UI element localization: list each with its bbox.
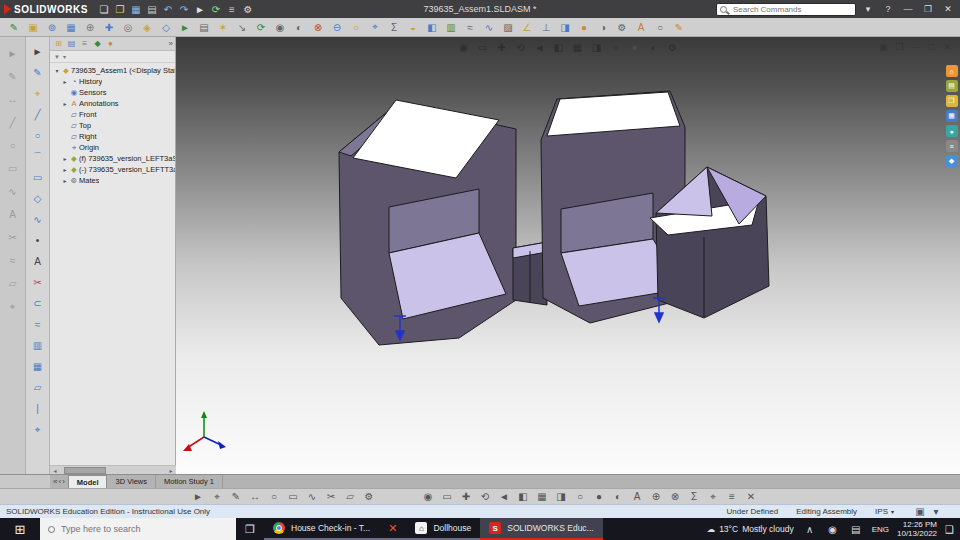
spline-disabled-icon[interactable]: ∿ [5,183,21,200]
smart-fasteners-icon[interactable]: ⊕ [82,19,98,36]
measure-icon[interactable]: ⌖ [209,488,225,505]
interference-detection-icon[interactable]: ⊗ [310,19,326,36]
coordinate-system-icon[interactable]: ⌖ [30,421,46,438]
view-palette-icon[interactable]: ▦ [946,110,958,122]
app-restore-button[interactable]: ❐ [920,2,936,16]
plane-icon[interactable]: ▱ [30,379,46,396]
sw-forum-icon[interactable]: ◆ [946,155,958,167]
symmetry-check-icon[interactable]: ◨ [557,19,573,36]
win-restore-icon[interactable]: ❐ [893,40,906,53]
tree-expand-icon[interactable]: ▾ [53,67,61,74]
filter-caret-icon[interactable]: ▾ [63,53,66,60]
scroll-left-icon[interactable]: ◂ [50,467,60,474]
large-design-review-icon[interactable]: ◐ [291,19,307,36]
open-file-icon[interactable]: ❐ [112,1,128,18]
rebuild-icon[interactable]: ⟳ [208,1,224,18]
taskbar-task-solidworks[interactable]: SSOLIDWORKS Educ... [480,518,602,540]
property-manager-tab-icon[interactable]: ▤ [65,38,78,50]
rotate-view-icon[interactable]: ⟲ [513,40,528,55]
bill-of-materials-icon[interactable]: ▤ [196,19,212,36]
file-properties-icon[interactable]: ≡ [224,1,240,18]
win-close-icon[interactable]: ✕ [941,40,954,53]
taskbar-search-input[interactable] [61,524,211,534]
spline-icon[interactable]: ∿ [30,211,46,228]
zoom-fit-icon[interactable]: ◉ [420,488,436,505]
rectangle-disabled-icon[interactable]: ▭ [5,160,21,177]
taskbar-task-chrome[interactable]: House Check-in - T... [264,518,379,540]
instant3d-icon[interactable]: ↘ [234,19,250,36]
tree-item[interactable]: ▱Top [50,120,175,131]
tab-nav-icon[interactable]: ‹ [58,477,61,486]
tree-item[interactable]: ◉Sensors [50,87,175,98]
tree-expand-icon[interactable]: ▸ [61,155,69,162]
point-icon[interactable]: • [30,232,46,249]
filter-funnel-icon[interactable]: ▼ [54,54,60,60]
plane-disabled-icon[interactable]: ▱ [5,275,21,292]
dimension-disabled-icon[interactable]: ↔ [5,91,21,108]
smart-dimension-icon[interactable]: ⌖ [30,85,46,102]
zoom-area-icon[interactable]: ▭ [475,40,490,55]
app-close-button[interactable]: ✕ [940,2,956,16]
tab-nav-icon[interactable]: « [53,477,57,486]
display-style-icon[interactable]: ◨ [553,488,569,505]
zebra-stripes-icon[interactable]: ▨ [500,19,516,36]
assembly-3d-model[interactable] [176,37,960,474]
tree-expand-icon[interactable]: ▸ [61,100,69,107]
select-icon[interactable]: ► [190,488,206,505]
select-icon[interactable]: ► [192,1,208,18]
appearance-icon[interactable]: ● [591,488,607,505]
tree-expand-icon[interactable]: ▸ [61,78,69,85]
feature-manager-tab-icon[interactable]: ⊞ [52,38,65,50]
hole-alignment-icon[interactable]: ○ [348,19,364,36]
pan-icon[interactable]: ✚ [494,40,509,55]
scrollbar-thumb[interactable] [64,467,106,474]
save-icon[interactable]: ▦ [128,1,144,18]
rectangle-icon[interactable]: ▭ [285,488,301,505]
sketch-pattern-icon[interactable]: ▦ [30,358,46,375]
new-file-icon[interactable]: ❏ [96,1,112,18]
search-caret-icon[interactable]: ▾ [860,2,876,16]
view-settings-icon[interactable]: ⚙ [614,19,630,36]
mirror-entities-icon[interactable]: ▥ [30,337,46,354]
select-disabled-icon[interactable]: ► [5,45,21,62]
text-icon[interactable]: A [30,253,46,270]
dimxpert-manager-tab-icon[interactable]: ◆ [91,38,104,50]
sw-resources-icon[interactable]: ⌂ [946,65,958,77]
polygon-icon[interactable]: ◇ [30,190,46,207]
dollhouse-model[interactable] [339,91,769,345]
tab-3d-views[interactable]: 3D Views [107,475,156,488]
language-indicator[interactable]: ENG [872,525,889,534]
point-disabled-icon[interactable]: ⌖ [5,298,21,315]
move-component-icon[interactable]: ✚ [101,19,117,36]
section-view-icon[interactable]: ◧ [551,40,566,55]
options-icon[interactable]: ⚙ [240,1,256,18]
file-explorer-icon[interactable]: ❐ [946,95,958,107]
orientation-icon[interactable]: ▦ [534,488,550,505]
show-hidden-components-icon[interactable]: ◎ [120,19,136,36]
zoom-area-icon[interactable]: ▭ [439,488,455,505]
trim-disabled-icon[interactable]: ✂ [5,229,21,246]
print-icon[interactable]: ▤ [144,1,160,18]
tree-item[interactable]: ▱Right [50,131,175,142]
notification-center-icon[interactable]: ❑ [945,524,954,535]
sketch-icon[interactable]: ✎ [30,64,46,81]
panel-overflow-chevron[interactable]: » [169,39,173,48]
reference-geometry-icon[interactable]: ◇ [158,19,174,36]
app-minimize-button[interactable]: — [900,2,916,16]
tab-model[interactable]: Model [68,475,108,488]
win-maximize-icon[interactable]: □ [925,40,938,53]
view-orientation-icon[interactable]: ▦ [570,40,585,55]
start-button[interactable]: ⊞ [0,518,40,540]
section-icon[interactable]: ◧ [515,488,531,505]
tab-nav-icon[interactable]: › [62,477,65,486]
edit-appearance-icon[interactable]: ● [627,40,642,55]
trim-icon[interactable]: ✂ [323,488,339,505]
annotations-icon[interactable]: A [633,19,649,36]
mass-props-icon[interactable]: Σ [686,488,702,505]
circle-icon[interactable]: ○ [30,127,46,144]
weather-widget[interactable]: ☁ 13°C Mostly cloudy [707,524,794,534]
units-label[interactable]: IPS [875,507,888,516]
draft-analysis-icon[interactable]: ∠ [519,19,535,36]
appearances-icon[interactable]: ● [576,19,592,36]
origin-icon[interactable]: ⌖ [705,488,721,505]
